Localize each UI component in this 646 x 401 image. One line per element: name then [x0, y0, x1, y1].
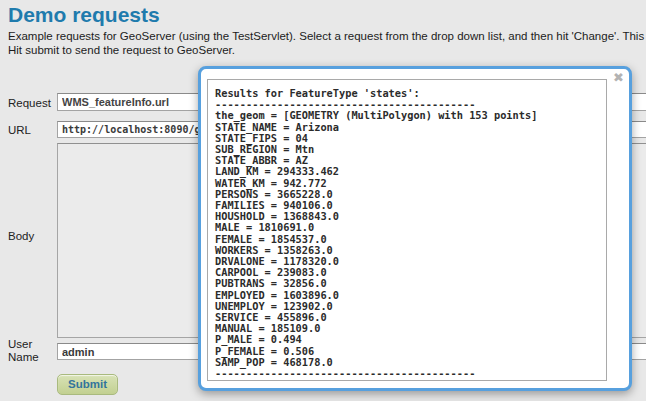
intro-line-2: Hit submit to send the request to GeoSer…	[8, 44, 235, 56]
results-box: Results for FeatureType 'states': ------…	[207, 79, 607, 381]
page-title: Demo requests	[8, 3, 160, 27]
url-label: URL	[8, 124, 31, 136]
results-modal: ✖ Results for FeatureType 'states': ----…	[198, 66, 632, 391]
body-label: Body	[8, 230, 34, 242]
request-label: Request	[8, 97, 51, 109]
demo-requests-page: { "page": { "title": "Demo requests", "i…	[0, 0, 646, 401]
submit-button[interactable]: Submit	[57, 374, 118, 395]
intro-line-1: Example requests for GeoServer (using th…	[8, 30, 646, 42]
username-label: User Name	[8, 338, 50, 363]
intro-text: Example requests for GeoServer (using th…	[8, 30, 646, 57]
close-icon[interactable]: ✖	[613, 70, 624, 86]
results-text: Results for FeatureType 'states': ------…	[208, 80, 606, 379]
